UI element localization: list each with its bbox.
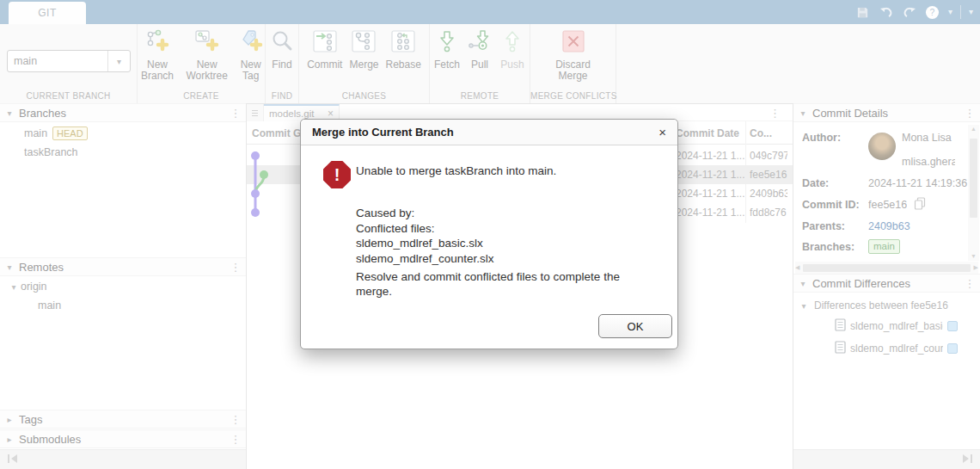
conflicted-files-label: Conflicted files: — [356, 221, 494, 237]
conflicted-file: sldemo_mdlref_counter.slx — [356, 251, 494, 267]
dialog-resolve-text: Resolve and commit conflicted files to c… — [356, 269, 658, 299]
dialog-message: Unable to merge taskBranch into main. — [356, 164, 556, 177]
error-icon: ! — [323, 161, 351, 188]
caused-by-label: Caused by: — [356, 206, 494, 221]
dialog-cause-block: Caused by: Conflicted files: sldemo_mdlr… — [356, 206, 494, 266]
dialog-title: Merge into Current Branch — [312, 126, 658, 139]
dialog-titlebar[interactable]: Merge into Current Branch × — [301, 120, 677, 145]
conflicted-file: sldemo_mdlref_basic.slx — [356, 236, 494, 251]
app-window: GIT ? ▾ ▾ main ▾ CURRENT BRA — [0, 0, 980, 469]
dialog-close-icon[interactable]: × — [658, 125, 666, 139]
ok-button[interactable]: OK — [598, 314, 672, 338]
merge-dialog: Merge into Current Branch × ! Unable to … — [300, 119, 678, 349]
